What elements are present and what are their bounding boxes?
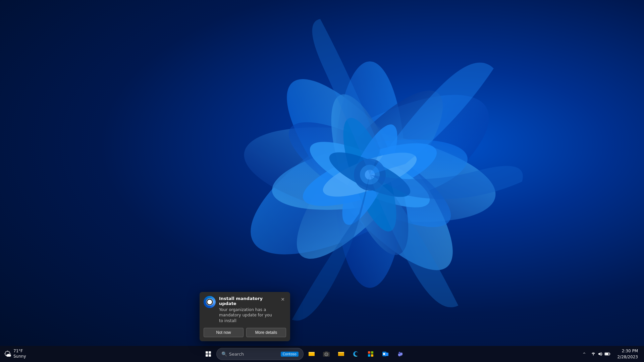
notification-dismiss-button[interactable]: Not now xyxy=(204,328,244,337)
taskbar-center: 🔍 Search Contoso xyxy=(30,347,578,361)
weather-icon: 🌤 xyxy=(4,350,11,358)
clock[interactable]: 2:30 PM 2/28/2023 xyxy=(614,347,641,361)
notification-body: Your organization has a mandatory update… xyxy=(219,307,276,324)
volume-icon xyxy=(598,352,602,356)
start-button[interactable] xyxy=(202,347,215,361)
svg-point-17 xyxy=(206,299,213,305)
wallpaper-bloom xyxy=(0,0,644,362)
notification-popup: Install mandatory update Your organizati… xyxy=(200,292,290,341)
taskbar-app-outlook[interactable] xyxy=(379,347,392,361)
svg-rect-32 xyxy=(368,354,370,357)
taskbar-app-store[interactable] xyxy=(364,347,377,361)
svg-point-38 xyxy=(593,355,594,355)
clock-date: 2/28/2023 xyxy=(617,354,638,360)
svg-rect-30 xyxy=(368,351,370,354)
svg-rect-29 xyxy=(338,353,344,356)
svg-rect-33 xyxy=(371,354,373,357)
tray-expand-button[interactable]: ^ xyxy=(581,351,588,358)
notification-buttons: Not now More details xyxy=(204,328,286,337)
windows-logo-icon xyxy=(206,351,211,357)
taskbar-app-file-manager[interactable] xyxy=(334,347,348,361)
notification-action-button[interactable]: More details xyxy=(246,328,286,337)
svg-point-25 xyxy=(325,354,327,355)
taskbar-app-teams[interactable] xyxy=(393,347,407,361)
contoso-badge: Contoso xyxy=(281,352,299,357)
taskbar-app-edge[interactable] xyxy=(349,347,363,361)
weather-temp: 71°F xyxy=(13,349,26,354)
tray-icons-group[interactable] xyxy=(588,350,613,358)
svg-point-37 xyxy=(398,352,400,354)
svg-point-18 xyxy=(208,300,211,304)
taskbar-app-camera[interactable] xyxy=(320,347,333,361)
battery-icon xyxy=(604,352,610,356)
weather-text: 71°F Sunny xyxy=(13,349,26,359)
weather-condition: Sunny xyxy=(13,354,26,359)
svg-rect-31 xyxy=(371,351,373,354)
svg-point-36 xyxy=(383,353,385,355)
svg-rect-41 xyxy=(605,353,608,355)
weather-widget[interactable]: 🌤 71°F Sunny xyxy=(0,349,30,359)
search-bar[interactable]: 🔍 Search Contoso xyxy=(216,348,304,360)
svg-rect-26 xyxy=(325,351,328,353)
search-icon: 🔍 xyxy=(221,351,227,357)
taskbar-app-file-explorer[interactable] xyxy=(305,347,318,361)
notification-header: Install mandatory update Your organizati… xyxy=(204,296,286,324)
taskbar: 🌤 71°F Sunny 🔍 Search Contoso xyxy=(0,346,644,362)
clock-time: 2:30 PM xyxy=(617,348,638,354)
desktop: Install mandatory update Your organizati… xyxy=(0,0,644,362)
system-tray: ^ xyxy=(578,347,644,361)
notification-app-icon xyxy=(204,296,216,308)
svg-rect-22 xyxy=(309,353,315,356)
search-label: Search xyxy=(229,352,244,357)
notification-title: Install mandatory update xyxy=(219,296,276,306)
svg-point-19 xyxy=(209,301,210,303)
notification-content: Install mandatory update Your organizati… xyxy=(219,296,276,324)
svg-rect-35 xyxy=(385,353,388,356)
svg-rect-40 xyxy=(610,354,610,355)
notification-close-button[interactable]: ✕ xyxy=(279,296,286,303)
network-icon xyxy=(591,352,596,356)
